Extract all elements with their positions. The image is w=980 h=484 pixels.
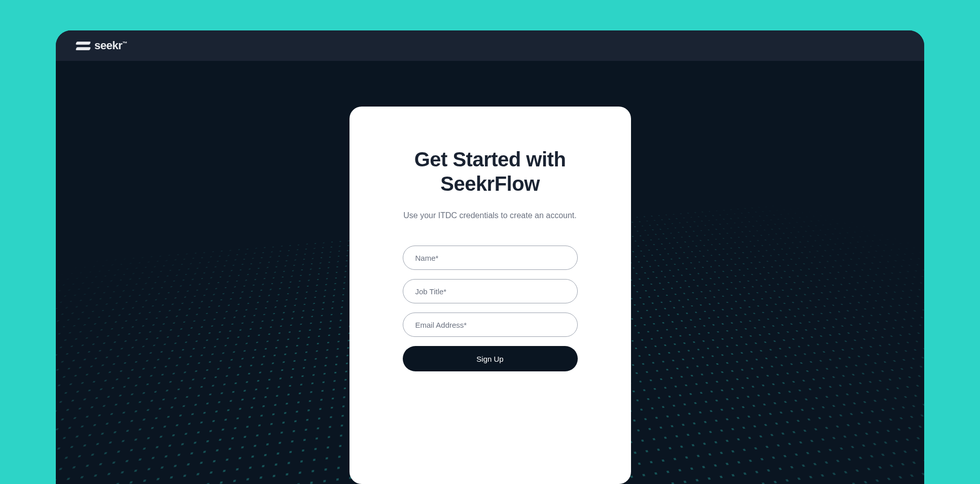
- app-window: seekr™ Get Started with SeekrFlow Use yo…: [56, 30, 924, 484]
- signup-card: Get Started with SeekrFlow Use your ITDC…: [349, 107, 631, 484]
- signup-button[interactable]: Sign Up: [403, 346, 578, 371]
- name-input[interactable]: [403, 246, 578, 270]
- main-content: Get Started with SeekrFlow Use your ITDC…: [56, 61, 924, 484]
- brand-logo[interactable]: seekr™: [76, 39, 127, 53]
- seekr-logo-icon: [76, 39, 90, 53]
- card-subtitle: Use your ITDC credentials to create an a…: [375, 211, 606, 220]
- card-title: Get Started with SeekrFlow: [375, 147, 606, 196]
- top-bar: seekr™: [56, 30, 924, 61]
- brand-name: seekr™: [94, 39, 127, 52]
- email-input[interactable]: [403, 313, 578, 337]
- signup-form: Sign Up: [375, 246, 606, 371]
- job-title-input[interactable]: [403, 279, 578, 303]
- page-frame: seekr™ Get Started with SeekrFlow Use yo…: [0, 0, 980, 484]
